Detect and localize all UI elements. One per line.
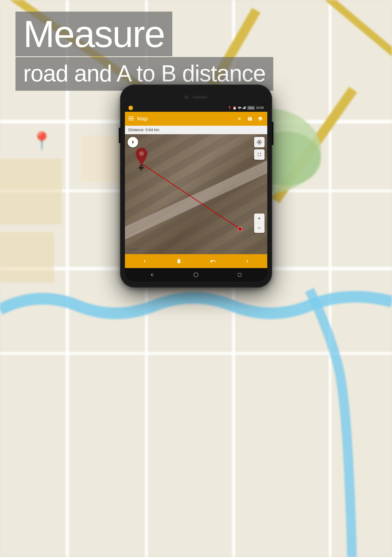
distance-display: Distance: 0.64 km — [128, 128, 159, 132]
menu-icon[interactable] — [128, 116, 134, 122]
signal-icon — [243, 106, 246, 110]
drag-crosshair-icon: ✛ — [138, 165, 144, 172]
fullscreen-button[interactable] — [254, 149, 265, 160]
map-controls-group — [254, 137, 265, 160]
zoom-out-button[interactable]: − — [254, 223, 265, 233]
phone-screen: 📍 ⏰ — [125, 90, 267, 282]
google-watermark: Google — [128, 247, 140, 251]
undo-button[interactable] — [207, 255, 219, 267]
svg-rect-8 — [329, 0, 331, 557]
svg-point-28 — [238, 227, 242, 231]
zoom-in-button[interactable]: + — [254, 213, 265, 223]
delete-button[interactable] — [173, 255, 185, 267]
svg-rect-16 — [0, 159, 62, 224]
phone-outer-shell: 📍 ⏰ — [121, 85, 271, 287]
compass-button[interactable] — [128, 137, 138, 147]
svg-rect-22 — [245, 106, 245, 109]
toolbar-title: Map — [137, 116, 232, 122]
close-button[interactable] — [236, 115, 243, 122]
app-bottom-nav — [125, 254, 267, 268]
app-toolbar: Map — [125, 112, 267, 126]
svg-rect-32 — [238, 273, 241, 277]
svg-line-27 — [142, 164, 240, 229]
zoom-controls: + − — [254, 213, 265, 233]
svg-text:📍: 📍 — [31, 131, 53, 151]
layers-button[interactable] — [257, 115, 264, 122]
status-bar-right: 📍 ⏰ — [228, 106, 264, 110]
svg-rect-23 — [245, 106, 246, 109]
wifi-icon — [238, 106, 242, 110]
svg-rect-20 — [244, 107, 244, 109]
phone-top-bar — [125, 90, 267, 104]
save-button[interactable] — [246, 115, 253, 122]
phone-device: 📍 ⏰ — [121, 85, 271, 287]
svg-rect-24 — [128, 117, 134, 117]
svg-rect-17 — [0, 232, 54, 282]
next-button[interactable] — [242, 255, 253, 267]
prev-button[interactable] — [139, 255, 150, 267]
hero-text-area: Measure road and A to B distance — [16, 12, 273, 91]
location-icon: 📍 — [228, 106, 231, 110]
svg-point-31 — [194, 273, 198, 277]
subtitle-text: road and A to B distance — [23, 60, 266, 86]
android-home-button[interactable] — [191, 270, 201, 280]
status-bar: 📍 ⏰ — [125, 104, 267, 112]
svg-rect-25 — [128, 118, 134, 119]
svg-rect-19 — [243, 108, 243, 109]
svg-rect-26 — [128, 120, 134, 120]
main-title: Measure — [23, 13, 164, 55]
battery-indicator: 51% — [247, 106, 255, 110]
svg-point-30 — [139, 151, 144, 156]
front-camera — [185, 95, 188, 99]
title-background: Measure — [16, 12, 172, 56]
distance-bar: Distance: 0.64 km — [125, 126, 267, 134]
status-bar-left — [128, 106, 133, 110]
android-back-button[interactable] — [147, 270, 157, 280]
android-recents-button[interactable] — [235, 270, 245, 280]
phone-speaker — [192, 96, 208, 99]
phone-call-icon — [128, 106, 133, 110]
svg-rect-21 — [244, 107, 245, 109]
android-nav-bar — [125, 268, 267, 282]
map-view[interactable]: ✛ + — [125, 134, 267, 254]
time-display: 19:00 — [256, 106, 264, 110]
location-button[interactable] — [254, 137, 265, 147]
alarm-icon: ⏰ — [233, 106, 237, 110]
start-marker[interactable]: ✛ — [135, 148, 148, 168]
